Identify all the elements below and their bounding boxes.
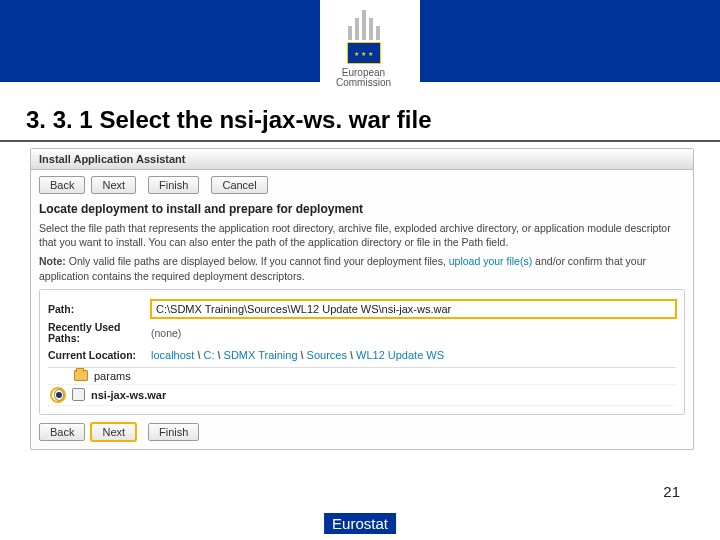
button-row-bottom: Back Next Finish bbox=[39, 423, 685, 441]
recent-paths-label: Recently Used Paths: bbox=[48, 322, 143, 345]
list-item-folder[interactable]: params bbox=[48, 368, 676, 385]
finish-button[interactable]: Finish bbox=[148, 176, 199, 194]
instruction-paragraph: Select the file path that represents the… bbox=[39, 221, 685, 249]
war-file-name: nsi-jax-ws.war bbox=[91, 389, 166, 401]
radio-selected-icon[interactable] bbox=[54, 389, 64, 401]
breadcrumb: localhost\C:\SDMX Training\Sources\WL12 … bbox=[151, 349, 444, 361]
back-button-bottom[interactable]: Back bbox=[39, 423, 85, 441]
install-assistant-panel: Install Application Assistant Back Next … bbox=[30, 148, 694, 450]
crumb-seg-3[interactable]: WL12 Update WS bbox=[356, 349, 444, 361]
crumb-seg-0[interactable]: C: bbox=[203, 349, 214, 361]
crumb-seg-1[interactable]: SDMX Training bbox=[224, 349, 298, 361]
eu-flag-icon: ★ ★ ★ bbox=[347, 42, 381, 64]
next-button[interactable]: Next bbox=[91, 176, 136, 194]
file-list: params nsi-jax-ws.war bbox=[48, 367, 676, 406]
archive-icon bbox=[72, 388, 85, 401]
crumb-host[interactable]: localhost bbox=[151, 349, 194, 361]
page-number: 21 bbox=[663, 483, 680, 500]
slide-header: ★ ★ ★ European Commission bbox=[0, 0, 720, 82]
path-row: Path: bbox=[48, 300, 676, 318]
back-button[interactable]: Back bbox=[39, 176, 85, 194]
note-text-1: Only valid file paths are displayed belo… bbox=[66, 255, 449, 267]
section-heading: Locate deployment to install and prepare… bbox=[39, 202, 685, 216]
logo-text: European Commission bbox=[330, 66, 397, 90]
current-location-label: Current Location: bbox=[48, 349, 143, 361]
crumb-seg-2[interactable]: Sources bbox=[307, 349, 347, 361]
note-label: Note: bbox=[39, 255, 66, 267]
slide-title-row: 3. 3. 1 Select the nsi-jax-ws. war file bbox=[0, 106, 720, 142]
current-location-row: Current Location: localhost\C:\SDMX Trai… bbox=[48, 349, 676, 361]
finish-button-bottom[interactable]: Finish bbox=[148, 423, 199, 441]
path-label: Path: bbox=[48, 303, 143, 315]
logo-building-icon bbox=[348, 6, 380, 40]
ec-logo: ★ ★ ★ European Commission bbox=[330, 6, 397, 90]
recent-paths-value: (none) bbox=[151, 327, 181, 339]
radio-highlight-icon bbox=[50, 387, 66, 403]
cancel-button[interactable]: Cancel bbox=[211, 176, 267, 194]
panel-title: Install Application Assistant bbox=[31, 149, 693, 170]
folder-name: params bbox=[94, 370, 131, 382]
list-item-war[interactable]: nsi-jax-ws.war bbox=[48, 385, 676, 406]
slide-title: 3. 3. 1 Select the nsi-jax-ws. war file bbox=[26, 106, 694, 134]
folder-icon bbox=[74, 370, 88, 381]
logo-line2: Commission bbox=[336, 77, 391, 88]
recent-paths-row: Recently Used Paths: (none) bbox=[48, 322, 676, 345]
path-input[interactable] bbox=[151, 300, 676, 318]
next-button-bottom[interactable]: Next bbox=[91, 423, 136, 441]
button-row-top: Back Next Finish Cancel bbox=[39, 176, 685, 194]
upload-files-link[interactable]: upload your file(s) bbox=[449, 255, 532, 267]
panel-body: Back Next Finish Cancel Locate deploymen… bbox=[31, 170, 693, 449]
form-block: Path: Recently Used Paths: (none) Curren… bbox=[39, 289, 685, 415]
footer-eurostat: Eurostat bbox=[324, 513, 396, 534]
note-paragraph: Note: Only valid file paths are displaye… bbox=[39, 254, 685, 282]
